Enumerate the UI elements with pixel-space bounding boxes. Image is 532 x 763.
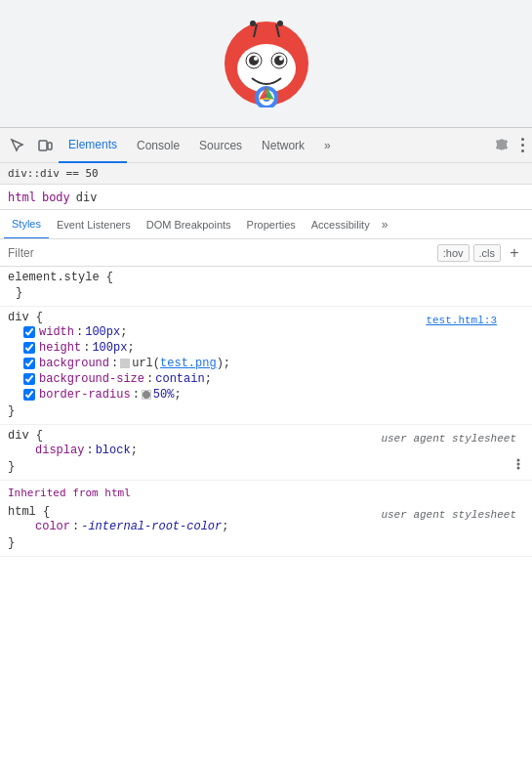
toolbar-right [488,132,528,159]
rule-origin-link[interactable]: test.html:3 [426,315,497,326]
html-ua-label: user agent stylesheet [381,509,516,521]
div-ua-rule: div { user agent stylesheet display : bl… [0,425,532,481]
border-radius-checkbox[interactable] [23,389,35,401]
subtab-bar: Styles Event Listeners DOM Breakpoints P… [0,210,532,239]
background-checkbox[interactable] [23,358,35,369]
filter-input[interactable] [8,246,437,260]
tab-elements[interactable]: Elements [59,128,127,163]
div-main-rule: div { test.html:3 width : 100px ; height… [0,307,532,425]
inspect-icon[interactable] [4,132,31,159]
element-style-close: } [8,284,524,302]
styles-panel: element.style { } div { test.html:3 widt… [0,267,532,763]
svg-point-19 [517,459,520,462]
element-style-rule: element.style { } [0,267,532,307]
border-radius-swatch[interactable] [142,390,151,400]
subtab-styles[interactable]: Styles [4,210,49,239]
inherited-header: Inherited from html [0,481,532,501]
path-bar: div::div == 50 [0,163,532,185]
element-style-selector: element.style { [8,271,524,284]
subtab-dom-breakpoints[interactable]: DOM Breakpoints [139,210,239,239]
color-property: color : -internal-root-color ; [8,519,524,534]
html-ua-rule-close: } [8,534,524,552]
html-ua-selector: html { [8,505,50,519]
devtools-logo [223,20,310,107]
more-options-button[interactable] [517,134,528,156]
svg-point-20 [517,463,520,466]
breadcrumb-body[interactable]: body [42,191,70,204]
device-icon[interactable] [31,132,59,159]
background-size-checkbox[interactable] [23,373,35,385]
height-property: height : 100px ; [8,340,524,356]
width-checkbox[interactable] [23,326,35,338]
inherited-tag: html [104,487,131,499]
background-property: background : url(test.png) ; [8,356,524,371]
svg-point-5 [274,56,284,65]
tab-console[interactable]: Console [127,128,189,163]
svg-point-4 [249,56,259,65]
div-ua-rule-close: } [8,458,524,476]
subtab-event-listeners[interactable]: Event Listeners [49,210,139,239]
path-text: div::div == 50 [8,167,99,180]
svg-point-12 [250,21,256,26]
div-ua-selector: div { [8,429,43,443]
svg-point-7 [279,57,283,61]
svg-rect-18 [143,391,150,399]
display-property: display : block ; [8,443,524,458]
div-ua-more[interactable] [512,456,524,476]
hov-button[interactable]: :hov [437,244,470,262]
tab-network[interactable]: Network [252,128,314,163]
div-selector: div { [8,311,43,324]
breadcrumb-div[interactable]: div [76,191,98,204]
html-ua-rule: html { user agent stylesheet color : -in… [0,501,532,557]
div-rule-close: } [8,403,524,420]
tab-more[interactable]: » [314,128,341,163]
add-style-button[interactable]: + [505,243,524,263]
width-property: width : 100px ; [8,324,524,340]
cls-button[interactable]: .cls [473,244,502,262]
border-radius-property: border-radius : 50% ; [8,387,524,403]
svg-point-6 [254,57,258,61]
svg-rect-15 [39,141,47,150]
background-color-swatch[interactable] [120,359,130,368]
subtab-properties[interactable]: Properties [239,210,304,239]
element-breadcrumb: html body div [0,185,532,210]
subtab-more[interactable]: » [378,218,392,232]
svg-rect-16 [48,143,52,149]
div-ua-label: user agent stylesheet [381,433,516,445]
breadcrumb-html[interactable]: html [8,191,36,204]
tab-sources[interactable]: Sources [189,128,252,163]
background-url-link[interactable]: test.png [160,357,217,370]
svg-rect-17 [121,360,129,367]
svg-point-21 [517,467,520,470]
height-checkbox[interactable] [23,342,35,354]
background-size-property: background-size : contain ; [8,371,524,387]
subtab-accessibility[interactable]: Accessibility [304,210,378,239]
svg-point-1 [237,44,296,93]
browser-preview [0,0,532,127]
devtools-panel: Elements Console Sources Network » div::… [0,127,532,763]
settings-icon[interactable] [488,132,515,159]
filter-buttons: :hov .cls + [437,243,524,263]
tab-bar: Elements Console Sources Network » [59,128,488,163]
svg-point-14 [277,21,283,26]
filter-bar: :hov .cls + [0,239,532,267]
main-toolbar: Elements Console Sources Network » [0,128,532,163]
